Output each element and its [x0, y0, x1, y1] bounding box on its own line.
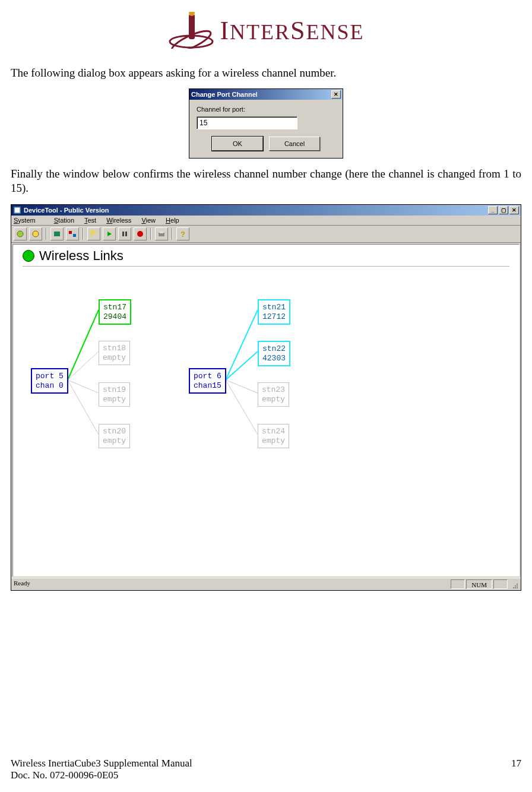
- station-node[interactable]: stn17 29404: [99, 299, 131, 325]
- devicetool-window: DeviceTool - Public Version _ ▢ ✕ System…: [11, 204, 521, 591]
- menu-test[interactable]: Test: [84, 217, 96, 224]
- svg-point-14: [137, 231, 143, 237]
- station-node[interactable]: stn18 empty: [99, 341, 130, 365]
- app-title: DeviceTool - Public Version: [24, 207, 109, 214]
- status-cell-empty1: [451, 579, 465, 589]
- station-node[interactable]: stn21 12712: [258, 299, 290, 325]
- wireless-links-title: Wireless Links: [39, 248, 124, 264]
- toolbar-network-icon[interactable]: [50, 227, 64, 240]
- link-line: [226, 351, 258, 380]
- toolbar-record-icon[interactable]: [134, 227, 147, 240]
- logo-header: INTERSENSE: [11, 12, 521, 52]
- maximize-icon[interactable]: ▢: [499, 206, 508, 214]
- intersense-logo-icon: [167, 12, 215, 49]
- link-line: [68, 310, 99, 380]
- status-num: NUM: [466, 579, 492, 589]
- menubar: System Station Test Wireless View Help: [11, 216, 521, 226]
- resize-grip-icon[interactable]: [509, 579, 518, 589]
- svg-rect-12: [122, 232, 124, 236]
- channel-input[interactable]: [197, 116, 297, 129]
- link-line: [68, 380, 99, 393]
- svg-rect-9: [69, 231, 72, 234]
- toolbar-light-yellow-icon[interactable]: [29, 227, 42, 240]
- link-line: [226, 380, 258, 393]
- svg-rect-16: [160, 231, 163, 233]
- status-ready: Ready: [14, 579, 30, 589]
- menu-help[interactable]: Help: [166, 217, 179, 224]
- station-node[interactable]: stn24 empty: [258, 424, 289, 448]
- footer-left: Wireless InertiaCube3 Supplemental Manua…: [11, 758, 192, 781]
- toolbar-pause-icon[interactable]: [118, 227, 131, 240]
- ok-button[interactable]: OK: [212, 137, 263, 151]
- station-node[interactable]: stn20 empty: [99, 424, 130, 448]
- station-node[interactable]: stn22 42303: [258, 341, 290, 366]
- toolbar-light-green-icon[interactable]: [14, 227, 27, 240]
- client-area: Wireless Links port 5 chan 0port 6 chan1…: [12, 244, 520, 576]
- close-icon[interactable]: ✕: [331, 90, 341, 99]
- svg-marker-11: [107, 232, 112, 236]
- status-cell-empty2: [493, 579, 508, 589]
- svg-text:?: ?: [180, 230, 185, 238]
- toolbar-links-icon[interactable]: [66, 227, 79, 240]
- toolbar-play-icon[interactable]: [103, 227, 116, 240]
- station-node[interactable]: stn19 empty: [99, 382, 130, 407]
- minimize-icon[interactable]: _: [488, 206, 498, 214]
- link-line: [226, 380, 258, 435]
- menu-system[interactable]: System: [14, 217, 44, 224]
- menu-wireless[interactable]: Wireless: [106, 217, 131, 224]
- menu-view[interactable]: View: [141, 217, 156, 224]
- status-dot-icon: [23, 250, 34, 262]
- port-node[interactable]: port 5 chan 0: [31, 368, 68, 394]
- svg-rect-5: [15, 208, 20, 213]
- svg-rect-10: [73, 234, 76, 237]
- svg-point-6: [17, 231, 23, 237]
- menu-station[interactable]: Station: [54, 217, 74, 224]
- toolbar: ?: [11, 226, 521, 243]
- svg-rect-2: [189, 14, 195, 39]
- logo-text: INTERSENSE: [220, 15, 364, 46]
- port-node[interactable]: port 6 chan15: [189, 368, 226, 394]
- svg-rect-8: [54, 232, 60, 236]
- cancel-button[interactable]: Cancel: [269, 137, 320, 151]
- page-number: 17: [511, 758, 521, 781]
- paragraph-2: Finally the window below confirms the wi…: [11, 167, 521, 195]
- toolbar-help-icon[interactable]: ?: [176, 227, 189, 240]
- link-line: [68, 380, 99, 435]
- close-icon[interactable]: ✕: [509, 206, 519, 214]
- toolbar-print-icon[interactable]: [155, 227, 168, 240]
- dialog-title: Change Port Channel: [191, 91, 258, 98]
- link-line: [68, 351, 99, 380]
- channel-label: Channel for port:: [197, 106, 335, 113]
- statusbar: Ready NUM: [11, 578, 521, 590]
- change-port-channel-dialog: Change Port Channel ✕ Channel for port: …: [189, 88, 343, 159]
- toolbar-flag-icon[interactable]: [87, 227, 100, 240]
- svg-point-7: [33, 231, 39, 237]
- link-line: [226, 310, 258, 380]
- paragraph-1: The following dialog box appears asking …: [11, 66, 521, 80]
- app-icon: [13, 206, 21, 214]
- station-node[interactable]: stn23 empty: [258, 382, 289, 407]
- svg-rect-13: [125, 232, 127, 236]
